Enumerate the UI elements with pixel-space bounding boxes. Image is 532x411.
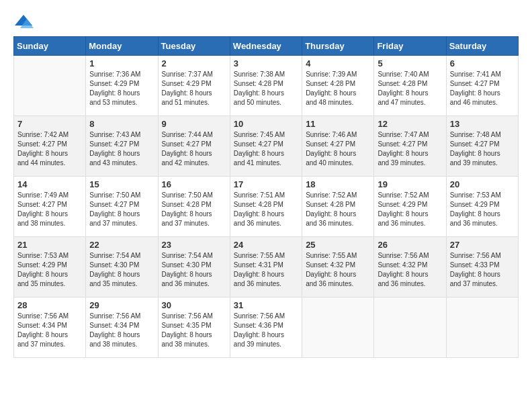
- calendar-cell: 15Sunrise: 7:50 AM Sunset: 4:27 PM Dayli…: [86, 177, 158, 237]
- day-info: Sunrise: 7:47 AM Sunset: 4:27 PM Dayligh…: [378, 130, 442, 168]
- calendar-body: 1Sunrise: 7:36 AM Sunset: 4:29 PM Daylig…: [14, 56, 519, 358]
- day-info: Sunrise: 7:54 AM Sunset: 4:30 PM Dayligh…: [162, 251, 226, 289]
- day-number: 18: [306, 179, 370, 189]
- day-info: Sunrise: 7:56 AM Sunset: 4:35 PM Dayligh…: [162, 312, 226, 349]
- calendar-cell: 27Sunrise: 7:56 AM Sunset: 4:33 PM Dayli…: [446, 237, 518, 298]
- day-number: 21: [17, 240, 82, 250]
- calendar-cell: 20Sunrise: 7:53 AM Sunset: 4:29 PM Dayli…: [446, 177, 518, 237]
- day-number: 13: [450, 119, 515, 129]
- day-info: Sunrise: 7:54 AM Sunset: 4:30 PM Dayligh…: [89, 251, 154, 289]
- calendar-cell: 7Sunrise: 7:42 AM Sunset: 4:27 PM Daylig…: [14, 116, 86, 177]
- calendar-cell: 12Sunrise: 7:47 AM Sunset: 4:27 PM Dayli…: [374, 116, 446, 177]
- day-number: 27: [450, 240, 515, 250]
- day-info: Sunrise: 7:42 AM Sunset: 4:27 PM Dayligh…: [17, 130, 82, 168]
- calendar-cell: [374, 298, 446, 358]
- calendar-cell: 24Sunrise: 7:55 AM Sunset: 4:31 PM Dayli…: [230, 237, 302, 298]
- calendar-cell: 23Sunrise: 7:54 AM Sunset: 4:30 PM Dayli…: [158, 237, 230, 298]
- calendar-cell: 25Sunrise: 7:55 AM Sunset: 4:32 PM Dayli…: [302, 237, 374, 298]
- header-cell-tuesday: Tuesday: [158, 37, 230, 56]
- day-number: 5: [378, 58, 442, 68]
- day-number: 20: [450, 179, 515, 189]
- calendar-cell: 18Sunrise: 7:52 AM Sunset: 4:28 PM Dayli…: [302, 177, 374, 237]
- day-number: 31: [234, 300, 298, 310]
- calendar-cell: 29Sunrise: 7:56 AM Sunset: 4:34 PM Dayli…: [86, 298, 158, 358]
- day-number: 26: [378, 240, 442, 250]
- calendar-cell: 13Sunrise: 7:48 AM Sunset: 4:27 PM Dayli…: [446, 116, 518, 177]
- day-number: 29: [89, 300, 154, 310]
- day-number: 2: [162, 58, 226, 68]
- calendar-cell: 4Sunrise: 7:39 AM Sunset: 4:28 PM Daylig…: [302, 56, 374, 116]
- day-info: Sunrise: 7:44 AM Sunset: 4:27 PM Dayligh…: [162, 130, 226, 168]
- calendar-cell: 11Sunrise: 7:46 AM Sunset: 4:27 PM Dayli…: [302, 116, 374, 177]
- day-info: Sunrise: 7:49 AM Sunset: 4:27 PM Dayligh…: [17, 191, 82, 228]
- day-number: 14: [17, 179, 82, 189]
- day-info: Sunrise: 7:52 AM Sunset: 4:29 PM Dayligh…: [378, 191, 442, 228]
- calendar-cell: 14Sunrise: 7:49 AM Sunset: 4:27 PM Dayli…: [14, 177, 86, 237]
- day-info: Sunrise: 7:56 AM Sunset: 4:34 PM Dayligh…: [17, 312, 82, 349]
- calendar-cell: 2Sunrise: 7:37 AM Sunset: 4:29 PM Daylig…: [158, 56, 230, 116]
- calendar-cell: 9Sunrise: 7:44 AM Sunset: 4:27 PM Daylig…: [158, 116, 230, 177]
- day-info: Sunrise: 7:56 AM Sunset: 4:34 PM Dayligh…: [89, 312, 154, 349]
- day-info: Sunrise: 7:38 AM Sunset: 4:28 PM Dayligh…: [234, 70, 298, 107]
- day-info: Sunrise: 7:36 AM Sunset: 4:29 PM Dayligh…: [89, 70, 154, 107]
- day-info: Sunrise: 7:56 AM Sunset: 4:33 PM Dayligh…: [450, 251, 515, 289]
- header-cell-thursday: Thursday: [302, 37, 374, 56]
- day-info: Sunrise: 7:50 AM Sunset: 4:27 PM Dayligh…: [89, 191, 154, 228]
- day-number: 3: [234, 58, 298, 68]
- day-info: Sunrise: 7:39 AM Sunset: 4:28 PM Dayligh…: [306, 70, 370, 107]
- calendar-cell: 19Sunrise: 7:52 AM Sunset: 4:29 PM Dayli…: [374, 177, 446, 237]
- header-cell-sunday: Sunday: [14, 37, 86, 56]
- calendar-cell: 16Sunrise: 7:50 AM Sunset: 4:28 PM Dayli…: [158, 177, 230, 237]
- calendar-cell: 30Sunrise: 7:56 AM Sunset: 4:35 PM Dayli…: [158, 298, 230, 358]
- day-number: 7: [17, 119, 82, 129]
- day-number: 9: [162, 119, 226, 129]
- day-info: Sunrise: 7:55 AM Sunset: 4:31 PM Dayligh…: [234, 251, 298, 289]
- calendar-cell: 3Sunrise: 7:38 AM Sunset: 4:28 PM Daylig…: [230, 56, 302, 116]
- logo-icon: [13, 13, 34, 30]
- calendar-cell: 6Sunrise: 7:41 AM Sunset: 4:27 PM Daylig…: [446, 56, 518, 116]
- calendar-cell: 31Sunrise: 7:56 AM Sunset: 4:36 PM Dayli…: [230, 298, 302, 358]
- header-cell-friday: Friday: [374, 37, 446, 56]
- calendar-cell: 10Sunrise: 7:45 AM Sunset: 4:27 PM Dayli…: [230, 116, 302, 177]
- calendar-week-3: 14Sunrise: 7:49 AM Sunset: 4:27 PM Dayli…: [14, 177, 519, 237]
- day-info: Sunrise: 7:56 AM Sunset: 4:36 PM Dayligh…: [234, 312, 298, 349]
- calendar-week-1: 1Sunrise: 7:36 AM Sunset: 4:29 PM Daylig…: [14, 56, 519, 116]
- header-cell-saturday: Saturday: [446, 37, 518, 56]
- calendar-cell: [302, 298, 374, 358]
- day-number: 4: [306, 58, 370, 68]
- calendar-cell: 26Sunrise: 7:56 AM Sunset: 4:32 PM Dayli…: [374, 237, 446, 298]
- calendar-cell: 17Sunrise: 7:51 AM Sunset: 4:28 PM Dayli…: [230, 177, 302, 237]
- calendar-cell: [14, 56, 86, 116]
- day-number: 24: [234, 240, 298, 250]
- day-number: 10: [234, 119, 298, 129]
- day-number: 8: [89, 119, 154, 129]
- day-info: Sunrise: 7:50 AM Sunset: 4:28 PM Dayligh…: [162, 191, 226, 228]
- day-number: 30: [162, 300, 226, 310]
- day-info: Sunrise: 7:55 AM Sunset: 4:32 PM Dayligh…: [306, 251, 370, 289]
- day-info: Sunrise: 7:52 AM Sunset: 4:28 PM Dayligh…: [306, 191, 370, 228]
- day-info: Sunrise: 7:53 AM Sunset: 4:29 PM Dayligh…: [450, 191, 515, 228]
- day-number: 12: [378, 119, 442, 129]
- header-cell-wednesday: Wednesday: [230, 37, 302, 56]
- calendar-cell: 1Sunrise: 7:36 AM Sunset: 4:29 PM Daylig…: [86, 56, 158, 116]
- calendar-cell: 5Sunrise: 7:40 AM Sunset: 4:28 PM Daylig…: [374, 56, 446, 116]
- day-number: 11: [306, 119, 370, 129]
- calendar-week-2: 7Sunrise: 7:42 AM Sunset: 4:27 PM Daylig…: [14, 116, 519, 177]
- day-info: Sunrise: 7:51 AM Sunset: 4:28 PM Dayligh…: [234, 191, 298, 228]
- calendar-table: SundayMondayTuesdayWednesdayThursdayFrid…: [13, 36, 519, 358]
- day-number: 23: [162, 240, 226, 250]
- day-info: Sunrise: 7:46 AM Sunset: 4:27 PM Dayligh…: [306, 130, 370, 168]
- calendar-cell: 28Sunrise: 7:56 AM Sunset: 4:34 PM Dayli…: [14, 298, 86, 358]
- calendar-week-4: 21Sunrise: 7:53 AM Sunset: 4:29 PM Dayli…: [14, 237, 519, 298]
- calendar-header-row: SundayMondayTuesdayWednesdayThursdayFrid…: [14, 37, 519, 56]
- day-info: Sunrise: 7:37 AM Sunset: 4:29 PM Dayligh…: [162, 70, 226, 107]
- day-info: Sunrise: 7:53 AM Sunset: 4:29 PM Dayligh…: [17, 251, 82, 289]
- calendar-cell: 8Sunrise: 7:43 AM Sunset: 4:27 PM Daylig…: [86, 116, 158, 177]
- calendar-cell: 21Sunrise: 7:53 AM Sunset: 4:29 PM Dayli…: [14, 237, 86, 298]
- day-info: Sunrise: 7:56 AM Sunset: 4:32 PM Dayligh…: [378, 251, 442, 289]
- day-number: 22: [89, 240, 154, 250]
- day-info: Sunrise: 7:48 AM Sunset: 4:27 PM Dayligh…: [450, 130, 515, 168]
- day-info: Sunrise: 7:40 AM Sunset: 4:28 PM Dayligh…: [378, 70, 442, 107]
- calendar-cell: [446, 298, 518, 358]
- calendar-cell: 22Sunrise: 7:54 AM Sunset: 4:30 PM Dayli…: [86, 237, 158, 298]
